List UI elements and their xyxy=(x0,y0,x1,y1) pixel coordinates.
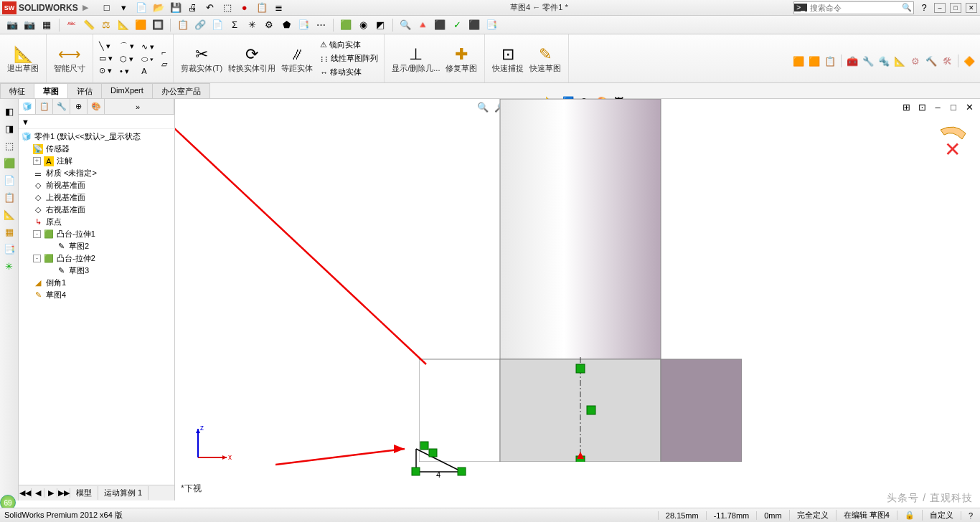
tree-sketch2[interactable]: ✎草图2 xyxy=(19,240,174,252)
side-icon[interactable]: ◨ xyxy=(3,122,16,135)
tb-icon[interactable]: 🔍 xyxy=(399,19,412,32)
side-icon[interactable]: 📄 xyxy=(3,174,16,186)
tab-sketch[interactable]: 草图 xyxy=(34,83,68,98)
rt-icon[interactable]: 📐 xyxy=(893,54,906,67)
tb-icon[interactable]: 🟧 xyxy=(134,19,147,32)
search-command[interactable]: >_ 🔍 xyxy=(793,1,914,14)
tree-root[interactable]: 🧊零件1 (默认<<默认>_显示状态 xyxy=(19,130,174,143)
confirm-corner[interactable]: ✕ xyxy=(937,119,973,162)
tree-top-plane[interactable]: ◇上视基准面 xyxy=(19,191,174,204)
tb-icon[interactable]: ⚙ xyxy=(263,19,275,32)
convert-button[interactable]: ⟳ 转换实体引用 xyxy=(225,44,278,74)
tb-icon[interactable]: ▦ xyxy=(40,19,53,32)
fm-tab-tree[interactable]: 🧊 xyxy=(19,99,36,114)
tree-material[interactable]: ⚌材质 <未指定> xyxy=(19,167,174,179)
offset-button[interactable]: ⫽ 等距实体 xyxy=(278,44,316,74)
side-icon[interactable]: ▦ xyxy=(3,225,16,238)
rt-icon[interactable]: 🔨 xyxy=(925,54,938,67)
rect-tool[interactable]: ▭ ▾ xyxy=(98,53,114,64)
point-tool[interactable]: • ▾ xyxy=(118,66,136,77)
tree-sketch4[interactable]: ✎草图4 xyxy=(19,289,174,301)
fm-tab[interactable]: ⊕ xyxy=(70,99,88,114)
plane-tool[interactable]: ▱ xyxy=(160,59,169,70)
line-tool[interactable]: ╲ ▾ xyxy=(98,41,114,52)
select-icon[interactable]: ⬚ xyxy=(222,2,233,14)
rt-icon[interactable]: 🛠 xyxy=(941,54,953,67)
side-icon[interactable]: 🟩 xyxy=(3,156,16,169)
quick-sketch-button[interactable]: ✎ 快速草图 xyxy=(527,44,564,74)
trim-button[interactable]: ✂ 剪裁实体(T) xyxy=(178,44,225,74)
close-button[interactable]: ✕ xyxy=(966,3,977,13)
tb-icon[interactable]: ⚖ xyxy=(100,19,113,32)
show-delete-button[interactable]: ⊥ 显示/删除几... xyxy=(389,44,443,74)
circle-tool[interactable]: ⊙ ▾ xyxy=(98,65,114,76)
search-icon[interactable]: 🔍 xyxy=(900,3,913,12)
vp-close[interactable]: ✕ xyxy=(963,100,976,113)
tb-icon[interactable]: 📄 xyxy=(211,19,224,32)
fm-tab-expand[interactable]: » xyxy=(105,99,174,114)
tb-icon[interactable]: ✓ xyxy=(451,19,463,32)
tab-office[interactable]: 办公室产品 xyxy=(152,83,210,98)
vp-max[interactable]: □ xyxy=(947,100,960,113)
tb-icon[interactable]: 📑 xyxy=(485,19,498,32)
new-icon[interactable]: 📄 xyxy=(136,2,147,14)
tb-icon[interactable]: ⬛ xyxy=(468,19,481,32)
tb-icon[interactable]: ⬛ xyxy=(433,19,446,32)
tb-icon[interactable]: 🔺 xyxy=(416,19,429,32)
undo-icon[interactable]: ↶ xyxy=(204,2,216,14)
sigma-icon[interactable]: Σ xyxy=(228,19,241,32)
fm-tab[interactable]: 📋 xyxy=(36,99,53,114)
tb-icon[interactable]: 🔲 xyxy=(151,19,164,32)
tb-icon[interactable]: 📷 xyxy=(6,19,19,32)
side-icon[interactable]: 📑 xyxy=(3,242,16,255)
move-button[interactable]: ↔ 移动实体 xyxy=(319,66,380,78)
repair-button[interactable]: ✚ 修复草图 xyxy=(443,44,480,74)
bt-model-tab[interactable]: 模型 xyxy=(70,486,98,500)
tree-boss2[interactable]: -🟩凸台-拉伸2 xyxy=(19,252,174,265)
polygon-tool[interactable]: ⬡ ▾ xyxy=(118,54,136,65)
maximize-button[interactable]: □ xyxy=(950,3,961,13)
minimize-button[interactable]: – xyxy=(934,3,946,13)
help-icon[interactable]: ? xyxy=(918,2,930,14)
tree-chamfer[interactable]: ◢倒角1 xyxy=(19,277,174,289)
options-icon[interactable]: 📋 xyxy=(256,2,268,14)
rt-icon[interactable]: 🔩 xyxy=(877,54,890,67)
tree-origin[interactable]: ↳原点 xyxy=(19,216,174,228)
bt-motion-tab[interactable]: 运动算例 1 xyxy=(98,486,149,500)
quick-snap-button[interactable]: ⊡ 快速捕捉 xyxy=(489,44,527,74)
pattern-button[interactable]: ⫶⫶ 线性草图阵列 xyxy=(319,52,380,65)
tree-boss1[interactable]: -🟩凸台-拉伸1 xyxy=(19,228,174,240)
mirror-button[interactable]: ⚠ 镜向实体 xyxy=(319,39,380,51)
rt-icon[interactable]: ⚙ xyxy=(909,54,922,67)
status-help-icon[interactable]: ? xyxy=(961,511,980,520)
tb-icon[interactable]: ✳ xyxy=(245,19,258,32)
exit-sketch-button[interactable]: 📐 退出草图 xyxy=(4,44,42,74)
tab-evaluate[interactable]: 评估 xyxy=(67,83,102,98)
bt-prev1[interactable]: ◀ xyxy=(32,488,44,498)
search-input[interactable] xyxy=(807,4,900,12)
cancel-icon[interactable]: ✕ xyxy=(944,138,961,161)
tree-sketch3[interactable]: ✎草图3 xyxy=(19,265,174,277)
print-icon[interactable]: 🖨 xyxy=(187,2,199,14)
tb-icon[interactable]: ◩ xyxy=(374,19,387,32)
side-icon[interactable]: 📐 xyxy=(3,208,16,221)
vp-icon[interactable]: ⊞ xyxy=(900,100,913,113)
bt-prev[interactable]: ◀◀ xyxy=(19,488,32,498)
side-icon[interactable]: ✳ xyxy=(3,260,16,272)
smart-dimension-button[interactable]: ⟷ 智能尺寸 xyxy=(51,44,88,74)
tb-icon[interactable]: 🟩 xyxy=(339,19,352,32)
save-icon[interactable]: 💾 xyxy=(170,2,182,14)
vp-min[interactable]: – xyxy=(931,100,944,113)
qat-btn[interactable]: ▾ xyxy=(118,2,130,14)
bt-next[interactable]: ▶▶ xyxy=(57,488,70,498)
status-icon[interactable]: 🔒 xyxy=(897,511,922,520)
tb-icon[interactable]: ◉ xyxy=(357,19,369,32)
side-icon[interactable]: ◧ xyxy=(3,105,16,118)
tb-icon[interactable]: 📷 xyxy=(23,19,36,32)
fm-tab[interactable]: 🔧 xyxy=(53,99,70,114)
tb-icon[interactable]: ⬟ xyxy=(280,19,293,32)
arc-tool[interactable]: ⌒ ▾ xyxy=(118,40,136,52)
rebuild-icon[interactable]: ● xyxy=(239,2,250,14)
side-icon[interactable]: ⬚ xyxy=(3,139,16,152)
side-icon[interactable]: 📋 xyxy=(3,191,16,204)
